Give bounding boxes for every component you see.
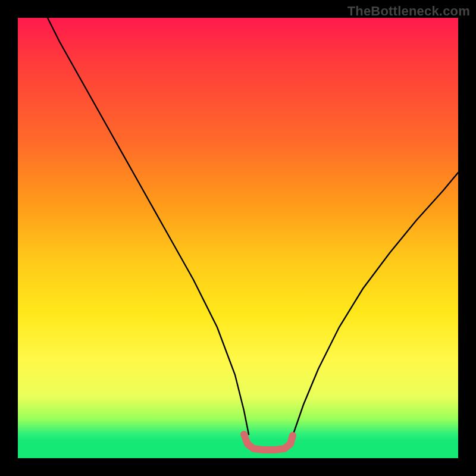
watermark-text: TheBottleneck.com — [347, 4, 470, 19]
curve-layer — [18, 18, 458, 458]
curve-valley-highlight — [244, 434, 293, 450]
curve-right-branch — [293, 173, 458, 436]
curve-left-branch — [48, 18, 249, 434]
chart-frame: TheBottleneck.com — [0, 0, 476, 476]
plot-area — [18, 18, 458, 458]
